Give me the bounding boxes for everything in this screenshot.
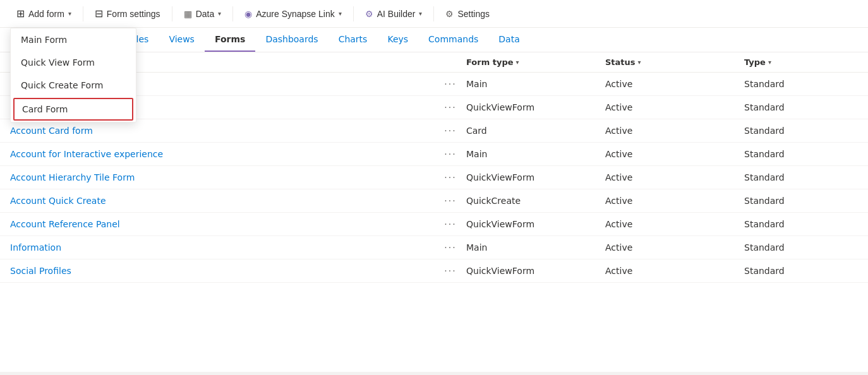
- form-settings-button[interactable]: ⊟ Form settings: [88, 4, 167, 23]
- table-row: Account Hierarchy Tile Form ··· QuickVie…: [0, 166, 868, 189]
- row-type-1: Standard: [744, 102, 858, 112]
- row-status-7: Active: [605, 242, 744, 253]
- row-dots-6[interactable]: ···: [435, 219, 466, 229]
- col-header-type[interactable]: Type ▾: [744, 57, 858, 67]
- row-name-6[interactable]: Account Reference Panel: [10, 219, 435, 229]
- row-formtype-0: Main: [466, 79, 605, 89]
- form-type-sort-icon[interactable]: ▾: [516, 59, 519, 66]
- ai-builder-icon: ⚙: [365, 9, 373, 19]
- ai-builder-button[interactable]: ⚙ AI Builder ▾: [359, 6, 429, 22]
- form-settings-label: Form settings: [107, 9, 160, 19]
- add-form-button[interactable]: ⊞ Add form ▾: [10, 4, 78, 23]
- row-dots-0[interactable]: ···: [435, 79, 466, 89]
- data-icon: ▦: [184, 9, 192, 19]
- row-dots-5[interactable]: ···: [435, 196, 466, 206]
- row-formtype-4: QuickViewForm: [466, 172, 605, 182]
- dropdown-item-quick-create-form[interactable]: Quick Create Form: [11, 74, 136, 97]
- status-sort-icon[interactable]: ▾: [638, 59, 641, 66]
- table-row: Account for Interactive experience ··· M…: [0, 143, 868, 166]
- row-status-5: Active: [605, 196, 744, 206]
- row-name-7[interactable]: Information: [10, 242, 435, 253]
- col-header-status[interactable]: Status ▾: [605, 57, 744, 67]
- row-formtype-6: QuickViewForm: [466, 219, 605, 229]
- toolbar: ⊞ Add form ▾ ⊟ Form settings ▦ Data ▾ ◉ …: [0, 0, 868, 28]
- dropdown-item-card-form[interactable]: Card Form: [13, 98, 133, 121]
- col-form-type-label: Form type: [466, 57, 514, 67]
- settings-label: Settings: [457, 9, 490, 19]
- dropdown-item-quick-view-form[interactable]: Quick View Form: [11, 51, 136, 74]
- row-formtype-7: Main: [466, 242, 605, 253]
- row-status-1: Active: [605, 102, 744, 112]
- row-dots-4[interactable]: ···: [435, 172, 466, 182]
- tab-keys[interactable]: Keys: [377, 28, 418, 52]
- tab-charts[interactable]: Charts: [329, 28, 378, 52]
- row-name-3[interactable]: Account for Interactive experience: [10, 149, 435, 159]
- ai-builder-chevron-icon: ▾: [419, 10, 422, 17]
- tab-commands[interactable]: Commands: [418, 28, 488, 52]
- add-form-icon: ⊞: [16, 8, 25, 20]
- table-row: Account Card form ··· Card Active Standa…: [0, 119, 868, 143]
- row-status-2: Active: [605, 126, 744, 136]
- table-row: Social Profiles ··· QuickViewForm Active…: [0, 259, 868, 283]
- ai-builder-label: AI Builder: [377, 9, 416, 19]
- settings-icon: ⚙: [445, 9, 454, 19]
- row-dots-3[interactable]: ···: [435, 149, 466, 159]
- dropdown-item-main-form[interactable]: Main Form: [11, 28, 136, 51]
- data-chevron-icon: ▾: [218, 10, 221, 17]
- row-dots-2[interactable]: ···: [435, 126, 466, 136]
- row-status-8: Active: [605, 266, 744, 276]
- row-formtype-3: Main: [466, 149, 605, 159]
- row-status-6: Active: [605, 219, 744, 229]
- row-type-8: Standard: [744, 266, 858, 276]
- row-type-2: Standard: [744, 126, 858, 136]
- azure-synapse-button[interactable]: ◉ Azure Synapse Link ▾: [238, 6, 348, 22]
- data-label: Data: [196, 9, 215, 19]
- row-type-6: Standard: [744, 219, 858, 229]
- separator-4: [353, 6, 354, 21]
- data-button[interactable]: ▦ Data ▾: [178, 6, 228, 22]
- settings-button[interactable]: ⚙ Settings: [439, 6, 496, 22]
- row-formtype-2: Card: [466, 126, 605, 136]
- add-form-chevron-icon: ▾: [68, 10, 71, 17]
- row-type-0: Standard: [744, 79, 858, 89]
- tab-data[interactable]: Data: [488, 28, 529, 52]
- azure-synapse-chevron-icon: ▾: [339, 10, 342, 17]
- azure-synapse-icon: ◉: [244, 9, 252, 19]
- row-status-0: Active: [605, 79, 744, 89]
- separator-1: [83, 6, 83, 21]
- row-type-3: Standard: [744, 149, 858, 159]
- row-type-4: Standard: [744, 172, 858, 182]
- row-type-5: Standard: [744, 196, 858, 206]
- azure-synapse-label: Azure Synapse Link: [256, 9, 335, 19]
- row-formtype-1: QuickViewForm: [466, 102, 605, 112]
- col-header-form-type[interactable]: Form type ▾: [466, 57, 605, 67]
- tab-views[interactable]: Views: [159, 28, 205, 52]
- separator-3: [232, 6, 233, 21]
- table-row: Account Reference Panel ··· QuickViewFor…: [0, 213, 868, 236]
- tab-dashboards[interactable]: Dashboards: [255, 28, 328, 52]
- separator-2: [172, 6, 172, 21]
- add-form-label: Add form: [28, 9, 64, 19]
- table-row: Account Quick Create ··· QuickCreate Act…: [0, 189, 868, 213]
- row-name-5[interactable]: Account Quick Create: [10, 196, 435, 206]
- row-formtype-5: QuickCreate: [466, 196, 605, 206]
- type-sort-icon[interactable]: ▾: [768, 59, 771, 66]
- row-dots-1[interactable]: ···: [435, 102, 466, 112]
- row-name-4[interactable]: Account Hierarchy Tile Form: [10, 172, 435, 182]
- col-status-label: Status: [605, 57, 636, 67]
- row-status-4: Active: [605, 172, 744, 182]
- row-dots-8[interactable]: ···: [435, 266, 466, 276]
- separator-5: [433, 6, 434, 21]
- row-type-7: Standard: [744, 242, 858, 253]
- add-form-dropdown: Main Form Quick View Form Quick Create F…: [10, 28, 136, 122]
- row-status-3: Active: [605, 149, 744, 159]
- form-settings-icon: ⊟: [95, 8, 103, 20]
- tab-forms[interactable]: Forms: [205, 28, 255, 52]
- row-name-2[interactable]: Account Card form: [10, 126, 435, 136]
- col-type-label: Type: [744, 57, 766, 67]
- row-dots-7[interactable]: ···: [435, 242, 466, 253]
- row-formtype-8: QuickViewForm: [466, 266, 605, 276]
- table-row: Information ··· Main Active Standard: [0, 236, 868, 259]
- row-name-8[interactable]: Social Profiles: [10, 266, 435, 276]
